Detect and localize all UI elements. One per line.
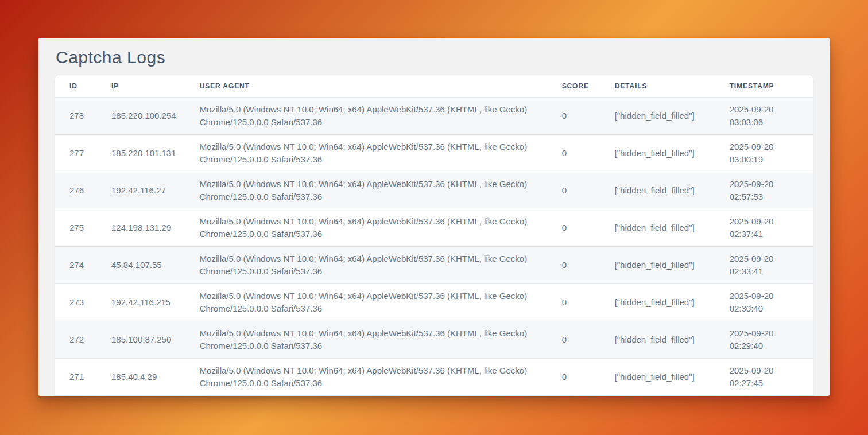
cell-user-agent: Mozilla/5.0 (Windows NT 10.0; Win64; x64… (185, 321, 548, 359)
column-header-timestamp: TIMESTAMP (715, 75, 813, 98)
logs-table-container: ID IP USER AGENT SCORE DETAILS TIMESTAMP… (55, 75, 813, 396)
cell-details: ["hidden_field_filled"] (600, 359, 715, 396)
captcha-logs-card: Captcha Logs ID IP USER AGENT SCORE DETA… (38, 38, 830, 396)
cell-timestamp: 2025-09-20 02:37:41 (715, 209, 813, 247)
table-row: 272 185.100.87.250 Mozilla/5.0 (Windows … (55, 321, 813, 359)
cell-score: 0 (548, 247, 600, 284)
table-row: 278 185.220.100.254 Mozilla/5.0 (Windows… (55, 98, 813, 135)
cell-score: 0 (548, 98, 600, 135)
table-body: 278 185.220.100.254 Mozilla/5.0 (Windows… (55, 98, 813, 396)
cell-timestamp: 2025-09-20 02:29:40 (715, 321, 813, 359)
cell-user-agent: Mozilla/5.0 (Windows NT 10.0; Win64; x64… (185, 98, 548, 135)
cell-details: ["hidden_field_filled"] (600, 98, 715, 135)
cell-ip: 192.42.116.215 (97, 284, 185, 321)
cell-details: ["hidden_field_filled"] (600, 135, 715, 172)
cell-score: 0 (548, 321, 600, 359)
cell-score: 0 (548, 359, 600, 396)
cell-user-agent: Mozilla/5.0 (Windows NT 10.0; Win64; x64… (185, 209, 548, 247)
table-header: ID IP USER AGENT SCORE DETAILS TIMESTAMP (55, 75, 813, 98)
column-header-details: DETAILS (600, 75, 715, 98)
table-row: 277 185.220.101.131 Mozilla/5.0 (Windows… (55, 135, 813, 172)
cell-details: ["hidden_field_filled"] (600, 172, 715, 209)
cell-ip: 185.220.100.254 (97, 98, 185, 135)
cell-score: 0 (548, 172, 600, 209)
cell-user-agent: Mozilla/5.0 (Windows NT 10.0; Win64; x64… (185, 172, 548, 209)
cell-details: ["hidden_field_filled"] (600, 247, 715, 284)
cell-score: 0 (548, 209, 600, 247)
cell-ip: 192.42.116.27 (97, 172, 185, 209)
cell-user-agent: Mozilla/5.0 (Windows NT 10.0; Win64; x64… (185, 247, 548, 284)
cell-id: 278 (55, 98, 97, 135)
cell-user-agent: Mozilla/5.0 (Windows NT 10.0; Win64; x64… (185, 135, 548, 172)
cell-score: 0 (548, 135, 600, 172)
cell-timestamp: 2025-09-20 03:03:06 (715, 98, 813, 135)
logs-table: ID IP USER AGENT SCORE DETAILS TIMESTAMP… (55, 75, 813, 396)
cell-id: 277 (55, 135, 97, 172)
column-header-user-agent: USER AGENT (185, 75, 548, 98)
cell-id: 275 (55, 209, 97, 247)
column-header-ip: IP (97, 75, 185, 98)
cell-score: 0 (548, 284, 600, 321)
column-header-score: SCORE (548, 75, 600, 98)
cell-details: ["hidden_field_filled"] (600, 284, 715, 321)
cell-timestamp: 2025-09-20 03:00:19 (715, 135, 813, 172)
table-row: 276 192.42.116.27 Mozilla/5.0 (Windows N… (55, 172, 813, 209)
cell-id: 274 (55, 247, 97, 284)
table-row: 274 45.84.107.55 Mozilla/5.0 (Windows NT… (55, 247, 813, 284)
cell-timestamp: 2025-09-20 02:27:45 (715, 359, 813, 396)
cell-user-agent: Mozilla/5.0 (Windows NT 10.0; Win64; x64… (185, 359, 548, 396)
cell-details: ["hidden_field_filled"] (600, 209, 715, 247)
cell-ip: 185.100.87.250 (97, 321, 185, 359)
cell-timestamp: 2025-09-20 02:57:53 (715, 172, 813, 209)
cell-ip: 45.84.107.55 (97, 247, 185, 284)
cell-timestamp: 2025-09-20 02:30:40 (715, 284, 813, 321)
cell-ip: 124.198.131.29 (97, 209, 185, 247)
cell-timestamp: 2025-09-20 02:33:41 (715, 247, 813, 284)
cell-details: ["hidden_field_filled"] (600, 321, 715, 359)
table-row: 271 185.40.4.29 Mozilla/5.0 (Windows NT … (55, 359, 813, 396)
cell-ip: 185.40.4.29 (97, 359, 185, 396)
table-row: 275 124.198.131.29 Mozilla/5.0 (Windows … (55, 209, 813, 247)
table-header-row: ID IP USER AGENT SCORE DETAILS TIMESTAMP (55, 75, 813, 98)
cell-ip: 185.220.101.131 (97, 135, 185, 172)
cell-id: 273 (55, 284, 97, 321)
column-header-id: ID (55, 75, 97, 98)
cell-user-agent: Mozilla/5.0 (Windows NT 10.0; Win64; x64… (185, 284, 548, 321)
cell-id: 272 (55, 321, 97, 359)
page-title: Captcha Logs (38, 38, 830, 68)
table-row: 273 192.42.116.215 Mozilla/5.0 (Windows … (55, 284, 813, 321)
cell-id: 276 (55, 172, 97, 209)
cell-id: 271 (55, 359, 97, 396)
